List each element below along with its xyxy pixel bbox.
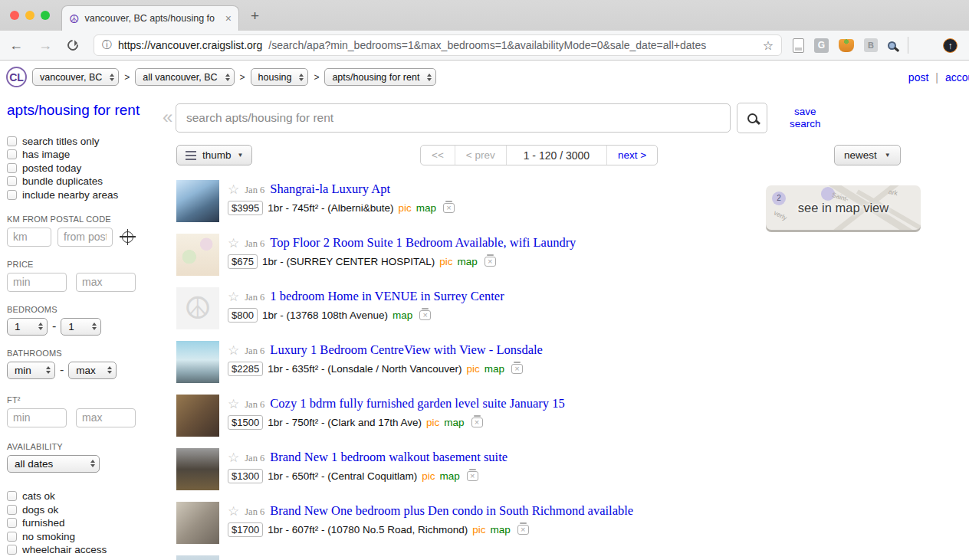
prev-page-button[interactable]: < prev <box>455 146 506 165</box>
checkbox[interactable] <box>7 505 17 515</box>
view-mode-button[interactable]: thumb ▼ <box>176 145 252 165</box>
bookmark-star-icon[interactable]: ☆ <box>763 38 774 53</box>
listing-title-link[interactable]: Top Floor 2 Room Suite 1 Bedroom Availab… <box>270 235 576 251</box>
filter-search-titles-only[interactable]: search titles only <box>7 134 162 148</box>
hide-listing-icon[interactable] <box>443 203 455 213</box>
account-link[interactable]: account <box>945 71 969 84</box>
price-min-input[interactable] <box>7 273 67 292</box>
map-link[interactable]: map <box>491 524 511 535</box>
listing-title-link[interactable]: Cozy 1 bdrm fully furnished garden level… <box>270 396 564 411</box>
filter-bundle-duplicates[interactable]: bundle duplicates <box>7 175 162 188</box>
address-bar[interactable]: ⓘ https://vancouver.craigslist.org/searc… <box>94 34 782 56</box>
pic-link[interactable]: pic <box>439 256 452 267</box>
filter-furnished[interactable]: furnished <box>7 516 162 530</box>
favorite-star-icon[interactable]: ☆ <box>228 342 239 359</box>
hide-listing-icon[interactable] <box>484 257 496 267</box>
filter-wheelchair-access[interactable]: wheelchair access <box>7 543 162 557</box>
listing-title-link[interactable]: Brand New 1 bedroom walkout basement sui… <box>270 450 507 465</box>
filter-no-smoking[interactable]: no smoking <box>7 529 162 543</box>
map-link[interactable]: map <box>484 363 504 375</box>
filter-include-nearby[interactable]: include nearby areas <box>7 188 162 201</box>
checkbox[interactable] <box>7 190 17 200</box>
listing-thumbnail[interactable] <box>176 555 219 560</box>
listing-title-link[interactable]: Brand New One bedroom plus Den condo in … <box>270 503 633 519</box>
new-tab-button[interactable]: + <box>251 8 259 25</box>
breadcrumb-category-select[interactable]: apts/housing for rent <box>324 68 436 86</box>
pic-link[interactable]: pic <box>398 202 411 214</box>
listing-thumbnail[interactable] <box>176 234 219 276</box>
close-window-button[interactable] <box>10 11 19 20</box>
listing-thumbnail[interactable] <box>176 341 219 383</box>
minimize-window-button[interactable] <box>25 11 34 20</box>
reload-icon[interactable] <box>65 38 80 53</box>
breadcrumb-city-select[interactable]: vancouver, BC <box>32 68 119 86</box>
sqft-min-input[interactable] <box>7 408 67 427</box>
forward-icon[interactable]: → <box>38 38 52 52</box>
pic-link[interactable]: pic <box>426 417 439 428</box>
price-max-input[interactable] <box>76 273 136 292</box>
checkbox[interactable] <box>7 491 17 501</box>
favorite-star-icon[interactable]: ☆ <box>228 396 239 412</box>
map-link[interactable]: map <box>457 256 477 267</box>
extension-g-icon[interactable]: G <box>814 38 829 53</box>
extension-fox-icon[interactable] <box>839 39 854 52</box>
availability-select[interactable]: all dates <box>7 455 100 473</box>
listing-thumbnail[interactable] <box>176 448 219 490</box>
filter-dogs-ok[interactable]: dogs ok <box>7 503 162 516</box>
search-button[interactable] <box>737 103 767 133</box>
save-search-link[interactable]: save search <box>790 106 821 130</box>
browser-tab[interactable]: ☮ vancouver, BC apts/housing fo × <box>61 5 239 31</box>
listing-title-link[interactable]: 1 bedroom Home in VENUE in Surrey Center <box>270 289 504 304</box>
checkbox[interactable] <box>7 149 17 159</box>
bathrooms-min-select[interactable]: min <box>7 362 55 379</box>
craigslist-logo[interactable]: CL <box>6 67 27 87</box>
filter-posted-today[interactable]: posted today <box>7 161 162 175</box>
extension-b-icon[interactable]: B <box>864 38 878 52</box>
checkbox[interactable] <box>7 176 17 186</box>
checkbox[interactable] <box>7 532 17 542</box>
map-link[interactable]: map <box>444 417 464 428</box>
checkbox[interactable] <box>7 136 17 146</box>
favorite-star-icon[interactable]: ☆ <box>228 182 239 198</box>
locate-crosshair-icon[interactable] <box>122 231 133 243</box>
pic-link[interactable]: pic <box>467 363 480 375</box>
browser-update-icon[interactable]: ↑ <box>943 38 958 53</box>
listing-thumbnail[interactable] <box>176 395 219 437</box>
breadcrumb-section-select[interactable]: housing <box>251 68 309 86</box>
bathrooms-max-select[interactable]: max <box>68 362 117 379</box>
extension-document-icon[interactable] <box>793 38 804 53</box>
map-link[interactable]: map <box>440 470 460 482</box>
listing-thumbnail[interactable] <box>176 180 219 222</box>
listing-thumbnail[interactable] <box>176 502 219 544</box>
sqft-max-input[interactable] <box>76 408 136 427</box>
bedrooms-min-select[interactable]: 1 <box>7 318 48 336</box>
extension-search-icon[interactable] <box>888 41 896 50</box>
back-icon[interactable]: ← <box>9 38 23 52</box>
km-input[interactable] <box>7 228 51 247</box>
listing-title-link[interactable]: Luxury 1 Bedroom CentreView with View - … <box>270 342 543 358</box>
pic-link[interactable]: pic <box>422 470 435 482</box>
hide-listing-icon[interactable] <box>511 364 523 374</box>
hide-listing-icon[interactable] <box>467 471 478 481</box>
bedrooms-max-select[interactable]: 1 <box>61 318 101 336</box>
collapse-search-icon[interactable]: « <box>163 106 176 128</box>
postal-code-input[interactable] <box>57 228 113 247</box>
first-page-button[interactable]: << <box>421 146 455 165</box>
favorite-star-icon[interactable]: ☆ <box>228 235 239 251</box>
checkbox[interactable] <box>7 518 17 528</box>
tab-close-icon[interactable]: × <box>225 13 232 24</box>
next-page-button[interactable]: next > <box>606 146 657 165</box>
filter-cats-ok[interactable]: cats ok <box>7 490 162 503</box>
checkbox[interactable] <box>7 163 17 173</box>
hide-listing-icon[interactable] <box>471 418 483 427</box>
search-input[interactable] <box>176 103 731 133</box>
post-link[interactable]: post <box>908 71 928 84</box>
pic-link[interactable]: pic <box>472 524 485 535</box>
map-link[interactable]: map <box>393 309 412 321</box>
listing-thumbnail[interactable]: ☮ <box>176 287 219 329</box>
hide-listing-icon[interactable] <box>419 310 431 320</box>
favorite-star-icon[interactable]: ☆ <box>228 450 239 466</box>
listing-title-link[interactable]: Shangrai-la Luxury Apt <box>270 182 390 197</box>
breadcrumb-area-select[interactable]: all vancouver, BC <box>135 68 234 86</box>
checkbox[interactable] <box>7 545 17 555</box>
